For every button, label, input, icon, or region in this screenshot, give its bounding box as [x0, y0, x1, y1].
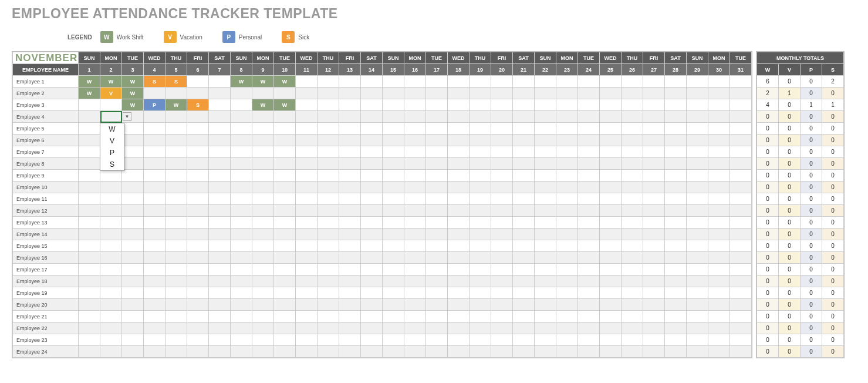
attendance-cell[interactable] — [231, 111, 252, 123]
attendance-cell[interactable] — [187, 334, 209, 346]
attendance-cell[interactable] — [643, 88, 665, 99]
attendance-cell[interactable] — [513, 146, 535, 158]
attendance-cell[interactable] — [252, 252, 274, 264]
attendance-cell[interactable] — [730, 334, 752, 346]
totals-cell[interactable]: 0 — [779, 252, 801, 264]
attendance-cell[interactable] — [231, 311, 252, 322]
attendance-cell[interactable] — [643, 182, 665, 193]
totals-cell[interactable]: 0 — [757, 158, 779, 170]
attendance-cell[interactable] — [144, 334, 166, 346]
attendance-cell[interactable] — [687, 99, 708, 111]
attendance-cell[interactable] — [513, 334, 535, 346]
attendance-cell[interactable] — [665, 123, 687, 135]
attendance-cell[interactable] — [448, 322, 470, 334]
attendance-cell[interactable] — [187, 205, 209, 217]
attendance-cell[interactable] — [339, 311, 361, 322]
attendance-cell[interactable] — [296, 346, 318, 358]
attendance-cell[interactable] — [491, 252, 513, 264]
totals-cell[interactable]: 0 — [822, 193, 844, 205]
attendance-cell[interactable] — [209, 99, 231, 111]
attendance-cell[interactable] — [361, 170, 383, 182]
totals-cell[interactable]: 0 — [779, 158, 801, 170]
attendance-cell[interactable] — [578, 311, 600, 322]
attendance-cell[interactable] — [361, 346, 383, 358]
attendance-cell[interactable] — [513, 264, 535, 276]
attendance-cell[interactable] — [491, 229, 513, 240]
attendance-cell[interactable] — [578, 146, 600, 158]
attendance-cell[interactable] — [296, 111, 318, 123]
attendance-cell[interactable] — [187, 322, 209, 334]
attendance-cell[interactable] — [231, 99, 252, 111]
attendance-cell[interactable] — [730, 158, 752, 170]
attendance-cell[interactable] — [144, 193, 166, 205]
attendance-cell[interactable] — [100, 276, 122, 287]
attendance-cell[interactable] — [687, 182, 708, 193]
attendance-cell[interactable] — [231, 299, 252, 311]
employee-name-cell[interactable]: Employee 22 — [13, 322, 79, 334]
attendance-cell[interactable] — [622, 240, 643, 252]
attendance-cell[interactable] — [361, 264, 383, 276]
attendance-cell[interactable] — [404, 299, 426, 311]
attendance-cell[interactable] — [79, 182, 100, 193]
totals-cell[interactable]: 0 — [822, 229, 844, 240]
attendance-cell[interactable] — [166, 135, 187, 146]
attendance-cell[interactable] — [274, 252, 296, 264]
attendance-cell[interactable] — [426, 229, 448, 240]
attendance-cell[interactable] — [79, 111, 100, 123]
attendance-cell[interactable] — [513, 111, 535, 123]
attendance-cell[interactable] — [600, 158, 622, 170]
totals-cell[interactable]: 0 — [822, 311, 844, 322]
attendance-cell[interactable] — [404, 111, 426, 123]
employee-name-cell[interactable]: Employee 21 — [13, 311, 79, 322]
totals-cell[interactable]: 0 — [779, 322, 801, 334]
employee-name-cell[interactable]: Employee 23 — [13, 334, 79, 346]
attendance-cell[interactable] — [122, 123, 144, 135]
totals-cell[interactable]: 0 — [822, 182, 844, 193]
attendance-cell[interactable] — [491, 135, 513, 146]
attendance-cell[interactable]: W — [274, 99, 296, 111]
attendance-cell[interactable] — [578, 193, 600, 205]
attendance-cell[interactable] — [274, 88, 296, 99]
attendance-cell[interactable] — [361, 88, 383, 99]
attendance-cell[interactable] — [144, 135, 166, 146]
attendance-cell[interactable] — [252, 88, 274, 99]
attendance-cell[interactable] — [622, 217, 643, 229]
attendance-cell[interactable] — [361, 99, 383, 111]
attendance-cell[interactable] — [274, 170, 296, 182]
attendance-cell[interactable] — [209, 135, 231, 146]
attendance-cell[interactable] — [318, 229, 339, 240]
attendance-cell[interactable] — [144, 205, 166, 217]
attendance-cell[interactable] — [643, 311, 665, 322]
attendance-cell[interactable] — [100, 311, 122, 322]
attendance-cell[interactable] — [144, 111, 166, 123]
attendance-cell[interactable] — [426, 205, 448, 217]
employee-name-cell[interactable]: Employee 16 — [13, 252, 79, 264]
attendance-cell[interactable] — [318, 322, 339, 334]
totals-cell[interactable]: 0 — [822, 299, 844, 311]
attendance-cell[interactable] — [404, 334, 426, 346]
attendance-cell[interactable] — [556, 240, 578, 252]
attendance-cell[interactable] — [144, 123, 166, 135]
totals-cell[interactable]: 0 — [801, 158, 822, 170]
employee-name-cell[interactable]: Employee 24 — [13, 346, 79, 358]
attendance-cell[interactable] — [318, 299, 339, 311]
attendance-cell[interactable] — [513, 123, 535, 135]
attendance-cell[interactable] — [687, 88, 708, 99]
attendance-cell[interactable] — [383, 123, 404, 135]
attendance-cell[interactable] — [643, 146, 665, 158]
attendance-cell[interactable] — [339, 264, 361, 276]
attendance-cell[interactable] — [535, 193, 556, 205]
attendance-cell[interactable] — [383, 287, 404, 299]
attendance-cell[interactable] — [383, 158, 404, 170]
employee-name-cell[interactable]: Employee 12 — [13, 205, 79, 217]
attendance-cell[interactable] — [600, 182, 622, 193]
attendance-cell[interactable] — [448, 193, 470, 205]
totals-cell[interactable]: 0 — [757, 322, 779, 334]
totals-cell[interactable]: 0 — [822, 264, 844, 276]
employee-name-cell[interactable]: Employee 13 — [13, 217, 79, 229]
attendance-cell[interactable] — [622, 229, 643, 240]
attendance-cell[interactable] — [144, 252, 166, 264]
attendance-cell[interactable] — [122, 322, 144, 334]
attendance-cell[interactable] — [252, 346, 274, 358]
attendance-cell[interactable] — [535, 276, 556, 287]
